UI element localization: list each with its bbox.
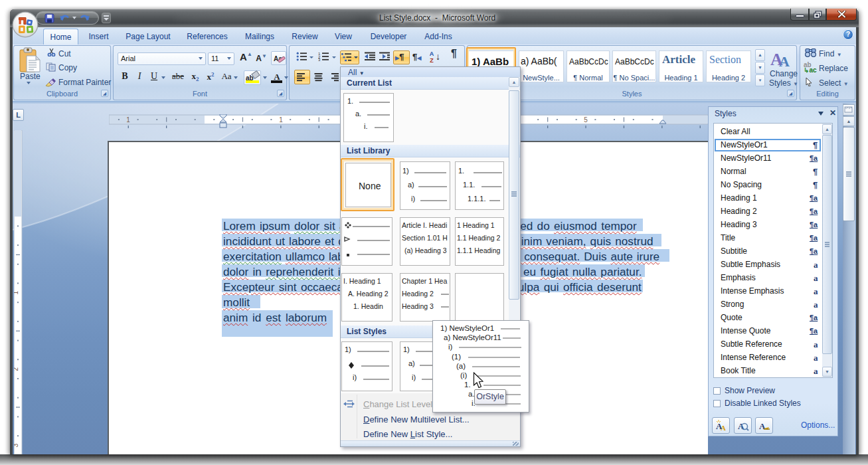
svg-text:A: A xyxy=(779,53,790,70)
svg-text:A: A xyxy=(721,424,726,432)
svg-text:1: 1 xyxy=(279,116,283,124)
svg-text:3: 3 xyxy=(14,443,19,447)
svg-text:1: 1 xyxy=(126,116,130,124)
svg-text:5: 5 xyxy=(584,116,588,124)
svg-text:3: 3 xyxy=(318,58,321,61)
svg-text:1: 1 xyxy=(14,291,19,295)
svg-text:2: 2 xyxy=(14,367,19,371)
